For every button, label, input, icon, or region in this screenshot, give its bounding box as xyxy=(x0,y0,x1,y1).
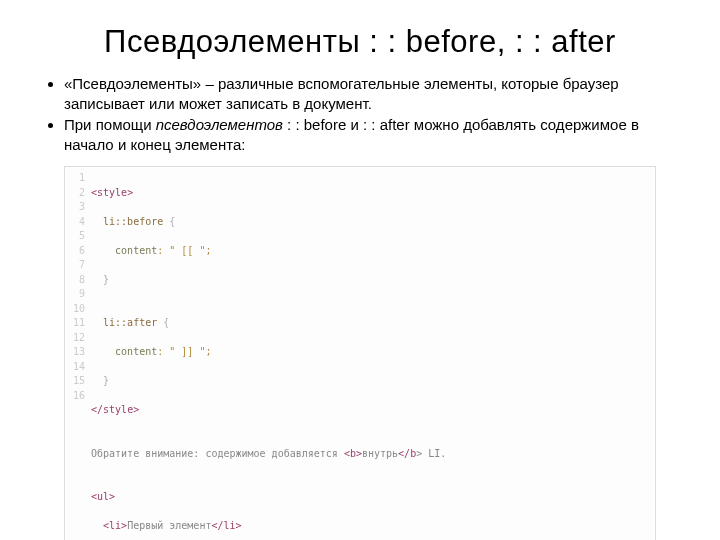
code-line: } xyxy=(91,374,446,389)
tok: > xyxy=(127,187,133,198)
code-content: <style> li::before { content: " [[ "; } … xyxy=(91,167,450,540)
tok: content xyxy=(91,346,157,357)
line-number: 3 xyxy=(69,200,85,215)
tok: } xyxy=(91,375,109,386)
code-line: content: " [[ "; xyxy=(91,244,446,259)
tok: { xyxy=(163,216,175,227)
tok: Первый элемент xyxy=(127,520,211,531)
line-number: 13 xyxy=(69,345,85,360)
bullet-em: псевдоэлементов xyxy=(156,116,283,133)
tok: > xyxy=(133,404,139,415)
tok: li xyxy=(223,520,235,531)
tok: li::before xyxy=(91,216,163,227)
tok: </ xyxy=(91,404,103,415)
code-line: Обратите внимание: содержимое добавляетс… xyxy=(91,447,446,462)
tok: </ xyxy=(398,448,410,459)
bullet-item: «Псевдоэлементы» – различные вспомогател… xyxy=(64,74,682,113)
code-line: </style> xyxy=(91,403,446,418)
bullet-text: При помощи xyxy=(64,116,156,133)
line-number: 12 xyxy=(69,331,85,346)
code-line: <ul> xyxy=(91,490,446,505)
tok: Обратите внимание: содержимое добавляетс… xyxy=(91,448,344,459)
tok: > LI. xyxy=(416,448,446,459)
code-line: <style> xyxy=(91,186,446,201)
code-line: li::after { xyxy=(91,316,446,331)
code-box: 1 2 3 4 5 6 7 8 9 10 11 12 13 14 15 16 <… xyxy=(64,166,656,540)
tok: : " ]] "; xyxy=(157,346,211,357)
line-number: 1 xyxy=(69,171,85,186)
code-line: content: " ]] "; xyxy=(91,345,446,360)
code-line: li::before { xyxy=(91,215,446,230)
slide-title: Псевдоэлементы : : before, : : after xyxy=(38,24,682,60)
tok: { xyxy=(157,317,169,328)
tok: < xyxy=(91,520,109,531)
code-line: } xyxy=(91,273,446,288)
line-number: 10 xyxy=(69,302,85,317)
tok: content xyxy=(91,245,157,256)
line-number: 14 xyxy=(69,360,85,375)
line-number: 15 xyxy=(69,374,85,389)
line-number: 16 xyxy=(69,389,85,404)
line-number: 2 xyxy=(69,186,85,201)
code-line: <li>Первый элемент</li> xyxy=(91,519,446,534)
line-number: 11 xyxy=(69,316,85,331)
line-number: 7 xyxy=(69,258,85,273)
tok: li::after xyxy=(91,317,157,328)
tok: style xyxy=(97,187,127,198)
code-gutter: 1 2 3 4 5 6 7 8 9 10 11 12 13 14 15 16 xyxy=(65,167,91,540)
line-number: 9 xyxy=(69,287,85,302)
tok: style xyxy=(103,404,133,415)
bullet-list: «Псевдоэлементы» – различные вспомогател… xyxy=(38,74,682,154)
tok: внутрь xyxy=(362,448,398,459)
line-number: 6 xyxy=(69,244,85,259)
line-number: 8 xyxy=(69,273,85,288)
tok: } xyxy=(91,274,109,285)
tok: > xyxy=(236,520,242,531)
tok: </ xyxy=(211,520,223,531)
line-number: 5 xyxy=(69,229,85,244)
tok: li xyxy=(109,520,121,531)
line-number: 4 xyxy=(69,215,85,230)
tok: ul xyxy=(97,491,109,502)
tok: : " [[ "; xyxy=(157,245,211,256)
tok: > xyxy=(109,491,115,502)
bullet-item: При помощи псевдоэлементов : : before и … xyxy=(64,115,682,154)
